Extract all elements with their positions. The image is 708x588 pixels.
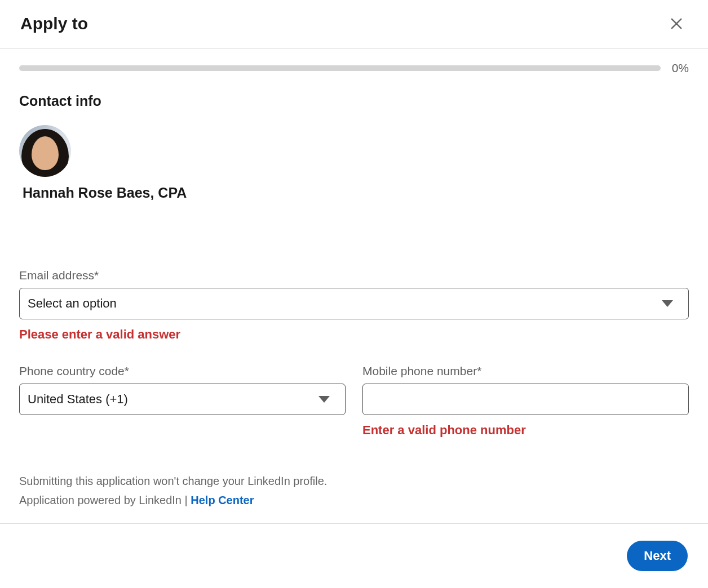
phone-row: Phone country code* United States (+1) M… <box>19 364 689 438</box>
footer-notes: Submitting this application won't change… <box>19 471 689 510</box>
apply-modal: Apply to 0% Contact info Hannah Rose Bae… <box>0 0 708 588</box>
avatar <box>19 125 71 177</box>
footer-note-prefix: Application powered by LinkedIn | <box>19 494 191 506</box>
close-button[interactable] <box>665 12 688 35</box>
section-title: Contact info <box>19 93 689 109</box>
email-select[interactable]: Select an option <box>19 288 689 319</box>
modal-header: Apply to <box>0 0 708 49</box>
help-center-link[interactable]: Help Center <box>191 494 254 506</box>
modal-footer: Next <box>0 523 708 588</box>
modal-title: Apply to <box>20 14 88 33</box>
applicant-name: Hannah Rose Baes, CPA <box>23 185 689 201</box>
email-select-wrapper: Select an option <box>19 288 689 319</box>
footer-note-line2: Application powered by LinkedIn | Help C… <box>19 491 689 510</box>
email-group: Email address* Select an option Please e… <box>19 269 689 342</box>
progress-bar <box>19 65 661 71</box>
modal-content: 0% Contact info Hannah Rose Baes, CPA Em… <box>0 49 708 523</box>
phone-code-select[interactable]: United States (+1) <box>19 384 346 415</box>
email-label: Email address* <box>19 269 689 282</box>
footer-note-line1: Submitting this application won't change… <box>19 471 689 491</box>
phone-number-label: Mobile phone number* <box>362 364 689 378</box>
email-error: Please enter a valid answer <box>19 327 689 342</box>
progress-percent: 0% <box>672 61 689 75</box>
avatar-face <box>32 136 59 170</box>
next-button[interactable]: Next <box>627 541 688 571</box>
phone-number-group: Mobile phone number* Enter a valid phone… <box>362 364 689 438</box>
phone-code-select-wrapper: United States (+1) <box>19 384 346 415</box>
phone-code-group: Phone country code* United States (+1) <box>19 364 346 438</box>
phone-number-input[interactable] <box>362 384 689 415</box>
phone-code-label: Phone country code* <box>19 364 346 378</box>
close-icon <box>669 16 684 32</box>
phone-number-error: Enter a valid phone number <box>362 423 689 438</box>
progress-row: 0% <box>19 61 689 75</box>
